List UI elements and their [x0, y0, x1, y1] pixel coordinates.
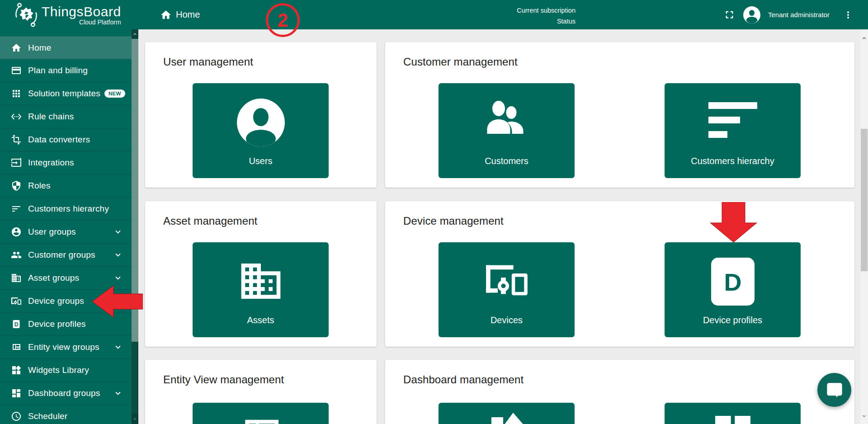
sort-lines-icon	[11, 203, 22, 214]
chevron-down-icon	[113, 388, 123, 398]
chevron-down-icon	[113, 342, 123, 352]
input-arrow-icon	[11, 157, 22, 168]
more-vert-icon	[843, 9, 854, 20]
sidebar-nav: Home Plan and billing Solution templates…	[0, 29, 132, 424]
device-profiles-tile[interactable]: D Device profiles	[665, 242, 801, 337]
annotation-arrow-down-icon	[710, 202, 757, 242]
customers-hierarchy-tile[interactable]: Customers hierarchy	[665, 83, 801, 178]
home-icon	[160, 9, 172, 21]
sidebar-item-rule-chains[interactable]: Rule chains	[0, 105, 132, 128]
solution-templates-tile[interactable]	[439, 403, 575, 424]
chevron-down-icon	[113, 273, 123, 283]
breadcrumb-label: Home	[176, 9, 200, 20]
more-menu-button[interactable]	[843, 0, 854, 29]
credit-card-icon	[11, 65, 22, 76]
logo-title: ThingsBoard	[42, 4, 121, 19]
card-asset-management: Asset management Assets	[145, 201, 377, 347]
subscription-info: Current subscription Status	[462, 5, 576, 27]
dashboards-icon	[665, 410, 801, 424]
sidebar-item-entity-view-groups[interactable]: Entity view groups	[0, 336, 132, 359]
breadcrumb[interactable]: Home	[160, 0, 200, 29]
user-avatar-button[interactable]	[743, 0, 760, 29]
home-icon	[11, 42, 22, 53]
content-scroll-down-button[interactable]	[860, 413, 868, 419]
apps-grid-icon	[11, 88, 22, 99]
view-quilt-icon	[193, 410, 329, 424]
svg-text:D: D	[14, 321, 19, 328]
sidebar-item-roles[interactable]: Roles	[0, 174, 132, 198]
subscription-label: Current subscription	[462, 5, 576, 16]
people-icon	[439, 99, 575, 142]
card-dashboard-management: Dashboard management	[385, 360, 854, 424]
sidebar-scroll-up-button[interactable]	[132, 29, 138, 39]
chat-bubble-icon	[825, 381, 844, 400]
annotation-step-number: 2	[278, 9, 288, 31]
devices-icon	[11, 296, 22, 306]
svg-text:D: D	[724, 269, 741, 296]
building-icon	[11, 273, 22, 283]
clock-icon	[11, 411, 22, 422]
avatar	[743, 6, 760, 24]
users-tile[interactable]: Users	[193, 83, 329, 178]
fullscreen-button[interactable]	[723, 0, 736, 29]
sidebar-item-plan-and-billing[interactable]: Plan and billing	[0, 59, 132, 82]
content-scrollbar[interactable]	[860, 29, 868, 424]
card-title: Customer management	[403, 56, 854, 68]
sidebar-item-customer-groups[interactable]: Customer groups	[0, 244, 132, 267]
devices-icon	[439, 258, 575, 303]
dashboard-icon	[11, 388, 22, 399]
sidebar-item-scheduler[interactable]: Scheduler	[0, 405, 132, 424]
person-circle-icon	[11, 226, 22, 237]
rocket-icon	[439, 410, 575, 424]
annotation-arrow-left-icon	[92, 286, 143, 317]
card-customer-management: Customer management Customers Cu	[385, 42, 854, 188]
widgets-icon	[11, 365, 22, 376]
transform-icon	[11, 134, 22, 145]
sidebar-item-data-converters[interactable]: Data converters	[0, 128, 132, 151]
app-header: ThingsBoard Cloud Platform Home Current …	[0, 0, 868, 29]
sidebar-item-solution-templates[interactable]: Solution templates NEW	[0, 82, 132, 105]
sidebar-scrollbar[interactable]	[132, 29, 138, 424]
chevron-down-icon	[113, 227, 123, 237]
sort-lines-icon	[665, 99, 801, 142]
card-title: Dashboard management	[403, 373, 854, 386]
sidebar-item-customers-hierarchy[interactable]: Customers hierarchy	[0, 198, 132, 221]
card-title: Entity View management	[163, 373, 377, 386]
assets-tile[interactable]: Assets	[193, 242, 329, 337]
card-title: Device management	[403, 215, 854, 227]
sidebar-item-integrations[interactable]: Integrations	[0, 151, 132, 174]
devices-tile[interactable]: Devices	[439, 242, 575, 337]
card-title: Asset management	[163, 215, 377, 227]
rule-chain-icon	[11, 111, 22, 122]
people-icon	[11, 250, 22, 260]
customers-tile[interactable]: Customers	[439, 83, 575, 178]
logo-subtitle: Cloud Platform	[42, 19, 121, 26]
entity-views-tile[interactable]	[193, 403, 329, 424]
new-badge: NEW	[104, 90, 125, 98]
user-role: Tenant administrator	[768, 0, 830, 29]
thingsboard-logo[interactable]: ThingsBoard Cloud Platform	[14, 2, 121, 28]
sidebar-item-user-groups[interactable]: User groups	[0, 221, 132, 244]
status-label: Status	[462, 16, 576, 27]
person-circle-icon	[193, 99, 329, 146]
building-icon	[193, 258, 329, 305]
sidebar-scroll-down-button[interactable]	[132, 414, 138, 424]
fullscreen-icon	[723, 9, 736, 21]
card-device-management: Device management Devices D Device profi…	[385, 201, 854, 347]
annotation-step-circle: 2	[266, 3, 300, 37]
view-quilt-icon	[11, 342, 22, 353]
sidebar-item-widgets-library[interactable]: Widgets Library	[0, 359, 132, 382]
shield-icon	[11, 180, 22, 191]
chat-button[interactable]	[817, 373, 851, 407]
content-scrollbar-thumb[interactable]	[861, 129, 868, 271]
sidebar-item-dashboard-groups[interactable]: Dashboard groups	[0, 382, 132, 405]
device-profile-icon: D	[11, 319, 22, 330]
thingsboard-logo-icon	[14, 2, 39, 28]
device-profile-icon: D	[665, 258, 801, 306]
dashboards-tile[interactable]	[665, 403, 801, 424]
sidebar-item-home[interactable]: Home	[0, 36, 132, 59]
card-user-management: User management Users	[145, 42, 377, 188]
chevron-down-icon	[113, 250, 123, 260]
card-entity-view-management: Entity View management	[145, 360, 377, 424]
content-scroll-up-button[interactable]	[860, 35, 868, 42]
